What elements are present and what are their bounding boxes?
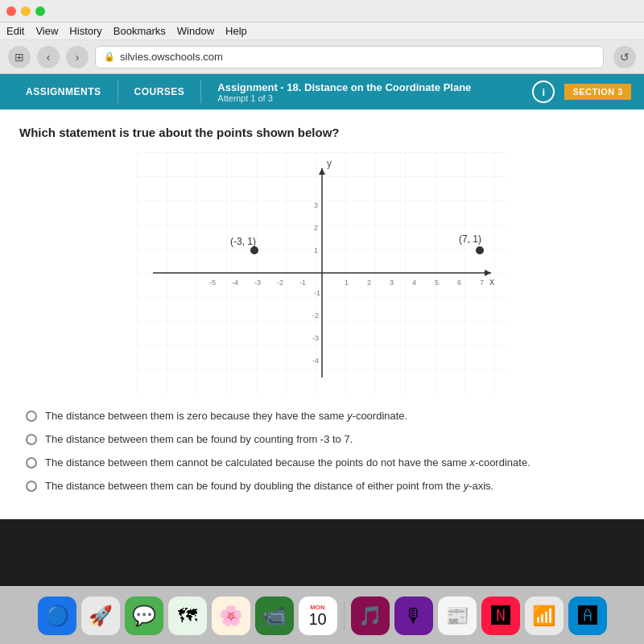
answer-text-c: The distance between them cannot be calc… [45,456,530,469]
dock-news2[interactable]: 🅽 [481,597,520,635]
svg-text:-1: -1 [299,279,306,287]
svg-text:-1: -1 [314,289,320,297]
reload-button[interactable]: ↺ [613,46,636,68]
courses-nav[interactable]: COURSES [122,74,198,109]
radio-b[interactable] [26,434,37,445]
traffic-lights [6,6,45,16]
radio-c[interactable] [26,457,37,469]
radio-a[interactable] [26,411,37,422]
dock-photos[interactable]: 🌸 [212,597,250,635]
back-button[interactable]: ‹ [37,46,60,68]
menu-help[interactable]: Help [225,25,247,37]
svg-text:4: 4 [412,279,416,287]
menu-history[interactable]: History [69,25,101,37]
assignment-info: Assignment - 18. Distance on the Coordin… [204,81,532,103]
lock-icon: 🔒 [104,52,115,62]
svg-text:x: x [489,276,494,287]
dock-music[interactable]: 🎵 [351,597,390,635]
maximize-button[interactable] [35,6,45,16]
answer-choice-a[interactable]: The distance between them is zero becaus… [26,410,618,422]
menu-bookmarks[interactable]: Bookmarks [114,25,166,37]
header-divider-2 [200,80,201,103]
minimize-button[interactable] [21,6,31,16]
attempt-label: Attempt 1 of 3 [217,93,519,103]
answer-choice-b[interactable]: The distance between them can be found b… [26,433,618,445]
svg-text:-4: -4 [312,357,319,365]
answer-text-a: The distance between them is zero becaus… [45,410,407,422]
answer-text-b: The distance between them can be found b… [45,433,353,445]
sidebar-toggle[interactable]: ⊞ [8,46,31,68]
menu-view[interactable]: View [35,25,58,37]
svg-point-8 [250,246,258,254]
question-text: Which statement is true about the points… [19,126,625,139]
svg-text:-3: -3 [254,279,261,287]
dock-news[interactable]: 📰 [438,597,477,635]
coordinate-plane: x y (-3, 1) (7, 1) -1 -2 -3 -4 -5 [137,152,507,394]
answer-text-d: The distance between them can be found b… [45,480,493,492]
svg-text:y: y [327,158,332,169]
app-header: ASSIGNMENTS COURSES Assignment - 18. Dis… [0,74,644,109]
main-content: Which statement is true about the points… [0,109,644,519]
svg-text:1: 1 [345,279,349,287]
app-menubar: Edit View History Bookmarks Window Help [0,23,644,40]
radio-d[interactable] [26,481,37,492]
dock-finder[interactable]: 🔵 [38,597,76,635]
dock-maps[interactable]: 🗺 [168,597,207,635]
answer-choice-c[interactable]: The distance between them cannot be calc… [26,456,618,469]
svg-text:5: 5 [435,279,439,287]
menu-bar [0,0,644,23]
menu-window[interactable]: Window [177,25,214,37]
svg-text:(7, 1): (7, 1) [459,233,481,245]
info-button[interactable]: i [532,80,555,103]
menu-edit[interactable]: Edit [6,25,24,37]
dock-launchpad[interactable]: 🚀 [81,597,120,635]
svg-text:3: 3 [314,201,318,209]
forward-button[interactable]: › [66,46,89,68]
svg-text:-3: -3 [312,334,319,342]
svg-text:2: 2 [367,279,371,287]
svg-text:(-3, 1): (-3, 1) [230,236,256,247]
close-button[interactable] [6,6,16,16]
svg-text:7: 7 [480,279,484,287]
browser-chrome: ⊞ ‹ › 🔒 silvies.owschools.com ↺ [0,40,644,74]
header-divider [118,80,118,103]
section-badge: SECTION 3 [564,84,631,100]
assignment-title: Assignment - 18. Distance on the Coordin… [217,81,519,93]
svg-text:1: 1 [314,246,318,254]
answer-choice-d[interactable]: The distance between them can be found b… [26,480,618,492]
dock-wifi[interactable]: 📶 [525,597,564,635]
url-text: silvies.owschools.com [120,51,223,63]
svg-text:-2: -2 [312,312,319,320]
dock-separator [344,601,345,630]
address-bar[interactable]: 🔒 silvies.owschools.com [95,46,604,68]
calendar-day: 10 [308,611,326,627]
dock: 🔵 🚀 💬 🗺 🌸 📹 MON 10 🎵 🎙 📰 🅽 📶 🅰 [0,586,644,644]
dock-appstore[interactable]: 🅰 [568,597,607,635]
svg-text:3: 3 [390,279,394,287]
dock-podcasts[interactable]: 🎙 [394,597,433,635]
dock-facetime[interactable]: 📹 [255,597,294,635]
dock-calendar[interactable]: MON 10 [299,597,337,635]
dock-messages[interactable]: 💬 [125,597,163,635]
answer-choices: The distance between them is zero becaus… [19,410,625,492]
svg-text:6: 6 [457,279,461,287]
svg-text:-5: -5 [209,279,216,287]
svg-text:2: 2 [314,224,318,232]
svg-text:-4: -4 [232,279,238,287]
assignments-nav[interactable]: ASSIGNMENTS [13,74,114,109]
svg-point-10 [476,246,484,254]
svg-text:-2: -2 [277,279,283,287]
